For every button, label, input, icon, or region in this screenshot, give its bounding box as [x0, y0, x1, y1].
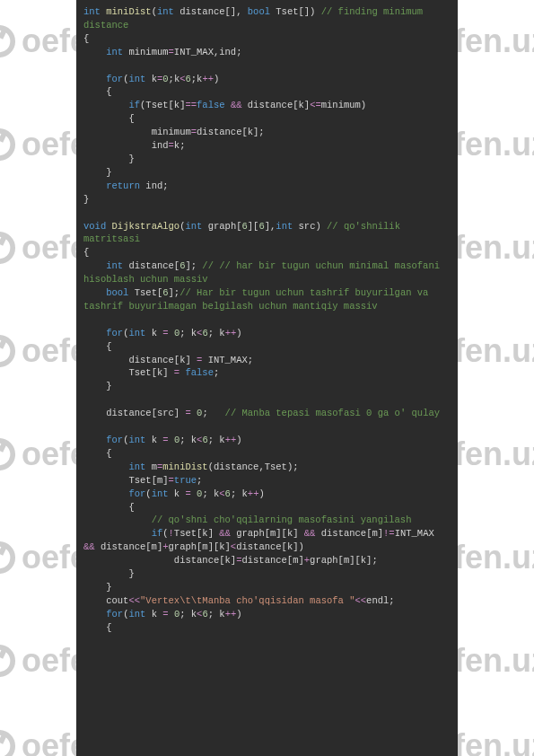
svg-rect-19 — [0, 336, 8, 348]
svg-point-0 — [0, 28, 13, 55]
svg-rect-1 — [0, 26, 8, 39]
svg-rect-37 — [0, 646, 8, 658]
svg-point-24 — [0, 441, 13, 468]
code-block: int miniDist(int distance[], bool Tset[]… — [76, 0, 458, 756]
svg-rect-13 — [0, 233, 8, 245]
svg-point-42 — [0, 733, 13, 756]
svg-rect-25 — [0, 439, 8, 452]
svg-rect-7 — [0, 129, 8, 142]
svg-rect-31 — [0, 542, 8, 555]
svg-point-36 — [0, 647, 13, 674]
svg-point-30 — [0, 544, 13, 571]
svg-point-18 — [0, 338, 13, 365]
svg-rect-43 — [0, 731, 8, 743]
svg-point-6 — [0, 131, 13, 158]
svg-point-12 — [0, 234, 13, 261]
